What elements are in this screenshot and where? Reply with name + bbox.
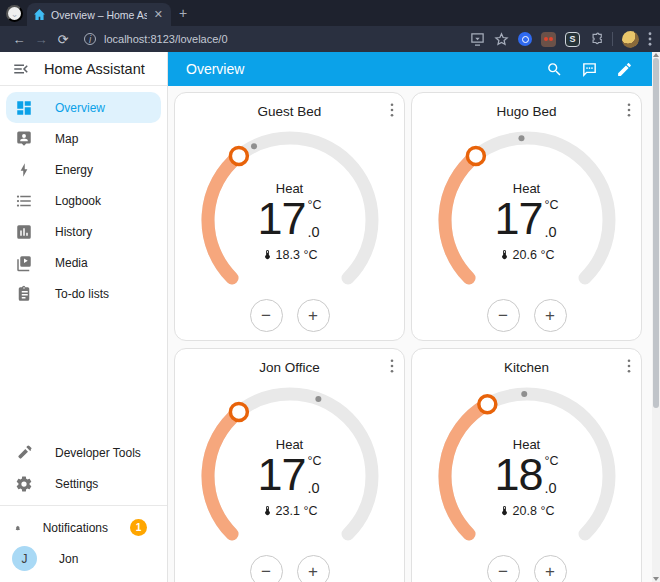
forward-icon[interactable]: → <box>30 32 52 47</box>
scroll-down-icon[interactable] <box>653 577 659 581</box>
new-tab-button[interactable]: + <box>179 5 187 21</box>
card-menu-button[interactable] <box>623 357 635 378</box>
temp-increase-button[interactable]: + <box>297 299 330 332</box>
scroll-up-icon[interactable] <box>653 53 659 57</box>
card-title: Jon Office <box>175 360 404 375</box>
app-title: Home Assistant <box>44 61 145 77</box>
temp-increase-button[interactable]: + <box>534 299 567 332</box>
thermostat-card-guest-bed[interactable]: Guest Bed Heat 17 °C.0 18.3 °C <box>174 92 405 341</box>
thermostat-dial[interactable] <box>422 127 632 297</box>
sidebar-item-energy[interactable]: Energy <box>6 154 161 185</box>
gear-icon <box>15 475 33 493</box>
browser-tab[interactable]: Overview – Home Assistant ✕ <box>27 3 171 26</box>
temp-decrease-button[interactable]: − <box>487 299 520 332</box>
bell-icon <box>15 519 21 537</box>
sidebar-item-history[interactable]: History <box>6 216 161 247</box>
back-icon[interactable]: ← <box>8 32 30 47</box>
extensions-puzzle-icon[interactable] <box>589 32 603 46</box>
more-options-icon <box>627 103 631 117</box>
sidebar-item-media[interactable]: Media <box>6 247 161 278</box>
map-account-icon <box>15 130 33 148</box>
install-app-icon[interactable] <box>470 33 485 46</box>
more-options-icon <box>390 359 394 373</box>
temp-decrease-button[interactable]: − <box>487 555 520 582</box>
lightning-bolt-icon <box>15 161 33 179</box>
notification-badge: 1 <box>130 519 147 536</box>
sidebar-item-overview[interactable]: Overview <box>6 92 161 123</box>
browser-menu-icon[interactable] <box>648 32 652 46</box>
edit-dashboard-button[interactable] <box>607 61 642 78</box>
card-title: Guest Bed <box>175 104 404 119</box>
site-info-icon[interactable]: i <box>84 33 96 45</box>
browser-toolbar: ← → ⟳ i localhost:8123/lovelace/0 S <box>0 26 660 52</box>
home-assistant-favicon <box>33 8 46 21</box>
pencil-icon <box>616 61 633 78</box>
thermostat-card-hugo-bed[interactable]: Hugo Bed Heat 17 °C.0 20.6 °C <box>411 92 642 341</box>
bookmark-star-icon[interactable] <box>494 32 509 47</box>
thermostat-card-jon-office[interactable]: Jon Office Heat 17 °C.0 23.1 °C <box>174 348 405 582</box>
page-scrollbar[interactable] <box>652 52 660 582</box>
browser-tab-strip: ⌄ Overview – Home Assistant ✕ + <box>0 0 660 26</box>
sidebar-toggle-icon[interactable] <box>12 60 30 78</box>
assist-button[interactable] <box>572 61 607 78</box>
sidebar-item-developer-tools[interactable]: Developer Tools <box>6 437 161 468</box>
card-title: Hugo Bed <box>412 104 641 119</box>
thermostat-dial[interactable] <box>185 383 395 553</box>
more-options-icon <box>390 103 394 117</box>
temp-increase-button[interactable]: + <box>534 555 567 582</box>
extension-icon[interactable] <box>541 32 556 47</box>
temp-decrease-button[interactable]: − <box>250 555 283 582</box>
temp-decrease-button[interactable]: − <box>250 299 283 332</box>
tab-close-icon[interactable]: ✕ <box>152 8 165 21</box>
chat-bubble-icon <box>581 61 598 78</box>
scrollbar-thumb[interactable] <box>653 58 659 408</box>
address-bar[interactable]: localhost:8123/lovelace/0 <box>104 33 470 45</box>
dashboard-icon <box>15 99 33 117</box>
view-header: Overview <box>168 52 652 86</box>
thermostat-dial[interactable] <box>422 383 632 553</box>
card-menu-button[interactable] <box>386 357 398 378</box>
temp-increase-button[interactable]: + <box>297 555 330 582</box>
search-button[interactable] <box>537 61 572 78</box>
sidebar-item-notifications[interactable]: Notifications 1 <box>6 512 161 543</box>
card-menu-button[interactable] <box>386 101 398 122</box>
onepassword-extension-icon[interactable] <box>518 32 532 46</box>
user-avatar: J <box>12 546 37 571</box>
reload-icon[interactable]: ⟳ <box>52 32 74 47</box>
sidebar-item-map[interactable]: Map <box>6 123 161 154</box>
tab-title: Overview – Home Assistant <box>51 9 147 21</box>
sidebar-header: Home Assistant <box>0 52 167 86</box>
more-options-icon <box>627 359 631 373</box>
sidebar-item-profile[interactable]: J Jon <box>6 543 161 574</box>
s-extension-icon[interactable]: S <box>565 32 580 47</box>
main-panel: Overview Guest Bed Heat <box>168 52 652 582</box>
list-bulleted-icon <box>15 192 33 210</box>
card-menu-button[interactable] <box>623 101 635 122</box>
home-assistant-app: Home Assistant Overview Map Energy Logbo… <box>0 52 660 582</box>
page-title: Overview <box>186 61 537 77</box>
search-icon <box>546 61 563 78</box>
dashboard-grid: Guest Bed Heat 17 °C.0 18.3 °C <box>168 92 652 582</box>
toolbar-divider <box>612 32 613 46</box>
play-box-icon <box>15 254 33 272</box>
chart-box-icon <box>15 223 33 241</box>
sidebar-item-logbook[interactable]: Logbook <box>6 185 161 216</box>
sidebar-item-settings[interactable]: Settings <box>6 468 161 499</box>
clipboard-list-icon <box>15 285 33 303</box>
browser-profile-avatar[interactable] <box>622 31 639 48</box>
card-title: Kitchen <box>412 360 641 375</box>
sidebar-nav: Overview Map Energy Logbook History Medi… <box>0 86 167 309</box>
sidebar: Home Assistant Overview Map Energy Logbo… <box>0 52 168 582</box>
thermostat-dial[interactable] <box>185 127 395 297</box>
thermostat-card-kitchen[interactable]: Kitchen Heat 18 °C.0 20.8 °C <box>411 348 642 582</box>
tab-search-button[interactable]: ⌄ <box>6 5 23 22</box>
hammer-icon <box>15 444 33 462</box>
sidebar-item-todo-lists[interactable]: To-do lists <box>6 278 161 309</box>
sidebar-divider <box>0 505 167 506</box>
